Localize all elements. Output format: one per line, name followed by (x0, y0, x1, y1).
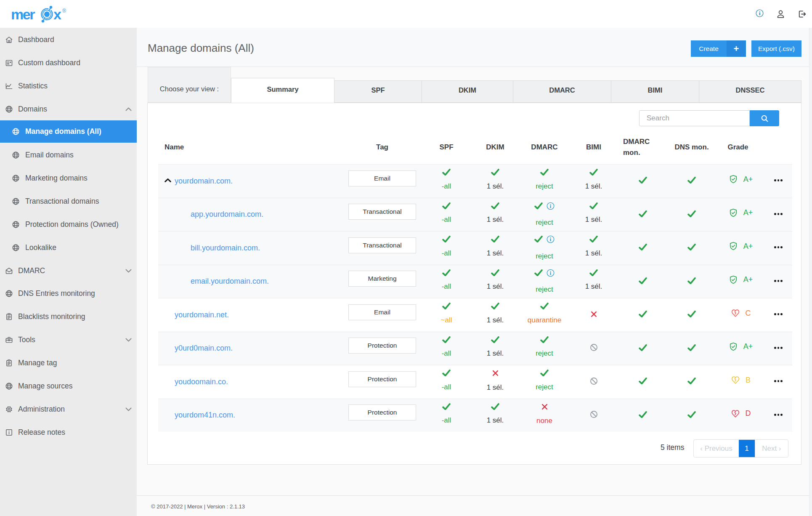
svg-text:i: i (550, 203, 552, 209)
svg-text:i: i (759, 10, 761, 16)
svg-text:i: i (550, 237, 552, 242)
svg-text:i: i (550, 270, 552, 276)
